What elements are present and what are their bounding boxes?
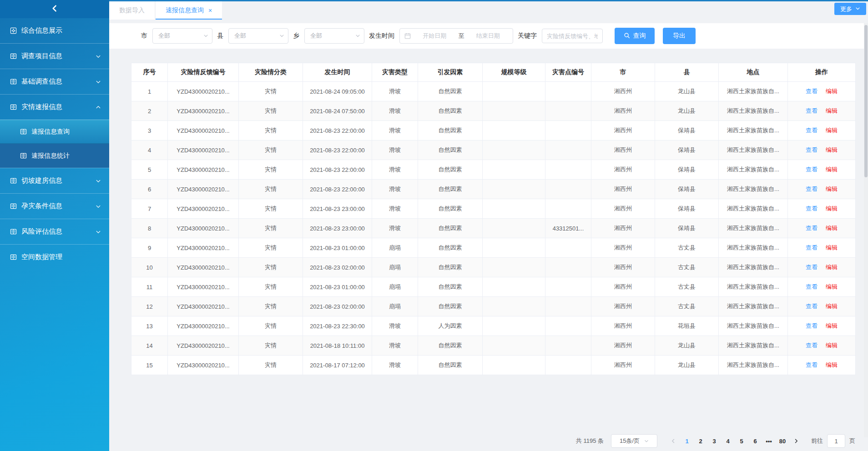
more-button[interactable]: 更多 <box>834 3 866 15</box>
cell-scale <box>483 277 545 297</box>
sidebar-item-basic-survey[interactable]: 基础调查信息 <box>0 69 109 94</box>
chevron-down-icon <box>96 204 101 209</box>
edit-link[interactable]: 编辑 <box>826 185 838 192</box>
sidebar-item-hazard-condition[interactable]: 孕灾条件信息 <box>0 193 109 219</box>
export-button[interactable]: 导出 <box>663 28 696 44</box>
search-button[interactable]: 查询 <box>615 28 655 44</box>
prev-page-button[interactable] <box>666 438 680 444</box>
city-select-value: 全部 <box>158 32 203 40</box>
edit-link[interactable]: 编辑 <box>826 88 838 95</box>
cell-feedback-no: YZD43000020210... <box>168 121 239 140</box>
page-size-select[interactable]: 15条/页 <box>611 434 657 448</box>
sidebar-item-overview[interactable]: 综合信息展示 <box>0 18 109 43</box>
table-row: 3YZD43000020210...灾情2021-08-23 22:00:00滑… <box>131 121 856 140</box>
cell-cause: 自然因素 <box>418 101 483 121</box>
sidebar-submenu: 速报信息查询速报信息统计 <box>0 120 109 168</box>
sidebar-item-disaster-report[interactable]: 灾情速报信息 <box>0 94 109 120</box>
view-link[interactable]: 查看 <box>806 127 818 134</box>
page-number-1[interactable]: 1 <box>680 438 694 445</box>
county-select[interactable]: 全部 <box>228 28 288 44</box>
edit-link[interactable]: 编辑 <box>826 205 838 212</box>
page-ellipsis[interactable]: ••• <box>762 438 776 445</box>
tab-label: 数据导入 <box>119 6 145 15</box>
sidebar-item-slope-housing[interactable]: 切坡建房信息 <box>0 168 109 193</box>
cell-no: 13 <box>131 316 168 336</box>
date-range-picker[interactable]: 开始日期 至 结束日期 <box>399 28 513 44</box>
view-link[interactable]: 查看 <box>806 166 818 173</box>
cell-county: 龙山县 <box>655 101 719 121</box>
page-number-5[interactable]: 5 <box>735 438 748 445</box>
table-header-row: 序号灾险情反馈编号灾险情分类发生时间灾害类型引发因素规模等级灾害点编号市县地点操… <box>131 63 856 82</box>
cell-actions: 查看编辑 <box>788 258 856 277</box>
edit-link[interactable]: 编辑 <box>826 342 838 349</box>
edit-link[interactable]: 编辑 <box>826 107 838 114</box>
view-link[interactable]: 查看 <box>806 185 818 192</box>
cell-city: 湘西州 <box>591 316 655 336</box>
township-select[interactable]: 全部 <box>304 28 364 44</box>
edit-link[interactable]: 编辑 <box>826 264 838 271</box>
city-select[interactable]: 全部 <box>152 28 212 44</box>
sidebar-subitem-report-query[interactable]: 速报信息查询 <box>0 120 109 144</box>
cell-time: 2021-08-23 02:00:00 <box>303 297 372 316</box>
edit-link[interactable]: 编辑 <box>826 322 838 329</box>
keyword-input[interactable] <box>542 29 603 43</box>
view-link[interactable]: 查看 <box>806 88 818 95</box>
edit-link[interactable]: 编辑 <box>826 127 838 134</box>
cell-actions: 查看编辑 <box>788 316 856 336</box>
edit-link[interactable]: 编辑 <box>826 166 838 173</box>
view-link[interactable]: 查看 <box>806 322 818 329</box>
page-number-4[interactable]: 4 <box>721 438 735 445</box>
view-link[interactable]: 查看 <box>806 283 818 290</box>
cell-actions: 查看编辑 <box>788 160 856 180</box>
edit-link[interactable]: 编辑 <box>826 244 838 251</box>
sidebar-collapse-button[interactable] <box>0 0 109 18</box>
page-number-2[interactable]: 2 <box>694 438 707 445</box>
page-number-6[interactable]: 6 <box>748 438 762 445</box>
view-link[interactable]: 查看 <box>806 146 818 153</box>
cell-type: 滑坡 <box>372 101 418 121</box>
cell-scale <box>483 219 545 238</box>
next-page-button[interactable] <box>789 438 803 444</box>
chevron-down-icon <box>355 33 360 40</box>
cell-type: 崩塌 <box>372 258 418 277</box>
view-link[interactable]: 查看 <box>806 244 818 251</box>
edit-link[interactable]: 编辑 <box>826 146 838 153</box>
cell-city: 湘西州 <box>591 238 655 258</box>
cell-time: 2021-08-23 22:00:00 <box>303 180 372 199</box>
cell-feedback-no: YZD43000020210... <box>168 336 239 356</box>
cell-actions: 查看编辑 <box>788 277 856 297</box>
chevron-down-icon <box>855 5 860 12</box>
edit-link[interactable]: 编辑 <box>826 303 838 310</box>
tab-report-query[interactable]: 速报信息查询× <box>156 1 222 20</box>
view-link[interactable]: 查看 <box>806 303 818 310</box>
sidebar-item-label: 基础调查信息 <box>21 77 96 86</box>
edit-link[interactable]: 编辑 <box>826 225 838 231</box>
sidebar-item-risk-assessment[interactable]: 风险评估信息 <box>0 219 109 244</box>
view-link[interactable]: 查看 <box>806 205 818 212</box>
edit-link[interactable]: 编辑 <box>826 361 838 368</box>
sidebar-item-survey-project[interactable]: 调查项目信息 <box>0 43 109 69</box>
page-number-3[interactable]: 3 <box>707 438 721 445</box>
sidebar-item-spatial-data[interactable]: 空间数据管理 <box>0 244 109 270</box>
tab-data-import[interactable]: 数据导入 <box>109 1 155 20</box>
view-link[interactable]: 查看 <box>806 342 818 349</box>
chevron-down-icon <box>96 54 101 59</box>
cell-actions: 查看编辑 <box>788 180 856 199</box>
view-link[interactable]: 查看 <box>806 225 818 231</box>
sidebar-subitem-report-stats[interactable]: 速报信息统计 <box>0 144 109 168</box>
page-number-80[interactable]: 80 <box>776 438 789 445</box>
table-icon <box>10 104 17 110</box>
view-link[interactable]: 查看 <box>806 361 818 368</box>
goto-page-input[interactable] <box>827 434 845 448</box>
view-link[interactable]: 查看 <box>806 107 818 114</box>
cell-cause: 自然因素 <box>418 277 483 297</box>
edit-link[interactable]: 编辑 <box>826 283 838 290</box>
close-icon[interactable]: × <box>208 7 212 14</box>
view-link[interactable]: 查看 <box>806 264 818 271</box>
cell-point-no <box>545 297 591 316</box>
scrollbar-thumb[interactable] <box>864 25 868 177</box>
column-header: 发生时间 <box>303 63 372 82</box>
cell-point-no <box>545 180 591 199</box>
cell-type: 滑坡 <box>372 140 418 160</box>
cell-county: 龙山县 <box>655 336 719 356</box>
